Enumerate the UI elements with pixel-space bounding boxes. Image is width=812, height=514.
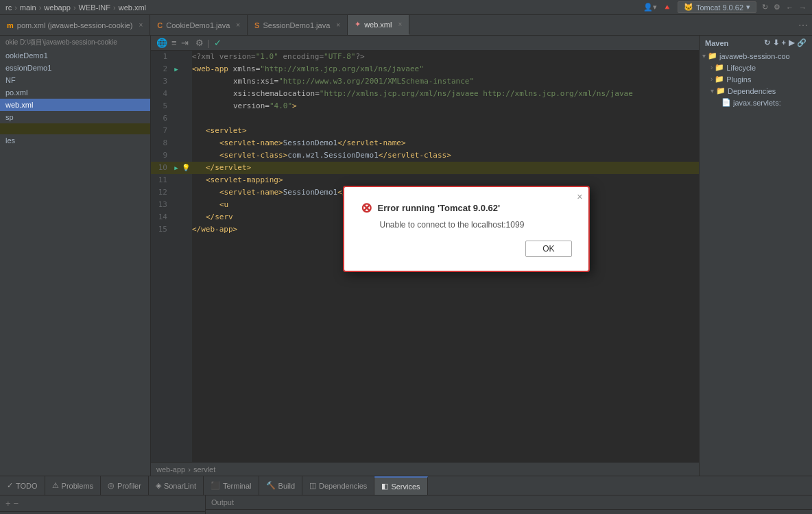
maven-icon-download[interactable]: ⬇ bbox=[773, 38, 779, 47]
dialog-error-icon: ⊗ bbox=[361, 201, 372, 215]
line-1: 1 bbox=[151, 51, 192, 63]
editor-area: 🌐 ≡ ⇥ ⚙ | ✓ 1 2▶ 3 4 5 6 7 8 9 10▶💡 11 1… bbox=[151, 36, 699, 476]
editor-icon-align[interactable]: ≡ bbox=[171, 38, 177, 48]
right-panel-header: Maven ↻ ⬇ + ▶ 🔗 bbox=[700, 36, 812, 50]
tab-problems[interactable]: ⚠ Problems bbox=[45, 476, 101, 495]
tree-plugins-label: Plugins bbox=[726, 75, 751, 84]
arrow-icon[interactable]: 🔺 bbox=[662, 3, 672, 12]
tab-sonarlint[interactable]: ◈ SonarLint bbox=[149, 476, 204, 495]
refresh-icon[interactable]: ↻ bbox=[762, 3, 768, 12]
sidebar-item-root[interactable]: okie D:\项目\javaweb-session-cookie bbox=[0, 36, 150, 49]
code-line-3: xmlns:xsi="http://www.w3.org/2001/XMLSch… bbox=[192, 75, 699, 88]
line-11: 11 bbox=[151, 174, 192, 186]
forward-icon[interactable]: → bbox=[799, 3, 807, 12]
tab-cookiedemo1[interactable]: C CookieDemo1.java × bbox=[150, 15, 248, 35]
line-5: 5 bbox=[151, 100, 192, 112]
bottom-tabs: ✓ TODO ⚠ Problems ◎ Profiler ◈ SonarLint… bbox=[0, 476, 812, 495]
tab-todo[interactable]: ✓ TODO bbox=[0, 476, 45, 495]
tree-root[interactable]: ▾ 📁 javaweb-session-coo bbox=[700, 50, 812, 62]
bc-main: main bbox=[20, 3, 36, 12]
tab-webxml[interactable]: ✦ web.xml × bbox=[348, 15, 409, 35]
bottom-left-header: + − bbox=[0, 495, 205, 512]
maven-icon-add[interactable]: + bbox=[782, 38, 786, 47]
tabs-row: m pom.xml (javaweb-session-cookie) × C C… bbox=[0, 15, 812, 36]
tree-root-icon: 📁 bbox=[708, 51, 717, 60]
tree-javax-icon: 📄 bbox=[721, 98, 731, 107]
dep-icon: ◫ bbox=[309, 481, 316, 490]
line-7: 7 bbox=[151, 125, 192, 137]
sidebar-item-nf[interactable]: NF bbox=[0, 74, 150, 86]
services-icon: ◧ bbox=[381, 482, 388, 491]
tab-profiler[interactable]: ◎ Profiler bbox=[101, 476, 149, 495]
tab-terminal-label: Terminal bbox=[223, 482, 252, 490]
sidebar-item-webxml[interactable]: web.xml bbox=[0, 99, 150, 111]
bl-icon-add[interactable]: + bbox=[5, 498, 11, 509]
tab-sessiondemo1-icon: S bbox=[254, 21, 259, 29]
dialog-ok-button[interactable]: OK bbox=[525, 241, 571, 257]
bottom-left-icons: + − bbox=[5, 498, 19, 509]
dialog-title: ⊗ Error running 'Tomcat 9.0.62' bbox=[361, 201, 572, 215]
tree-plugins[interactable]: › 📁 Plugins bbox=[700, 73, 812, 85]
tree-root-label: javaweb-session-coo bbox=[719, 52, 790, 60]
tab-webxml-close[interactable]: × bbox=[398, 21, 402, 28]
tab-dependencies[interactable]: ◫ Dependencies bbox=[302, 476, 374, 495]
line-9: 9 bbox=[151, 149, 192, 162]
sidebar-item-pomxml[interactable]: po.xml bbox=[0, 86, 150, 99]
code-line-4: xsi:schemaLocation="http://xmlns.jcp.org… bbox=[192, 88, 699, 100]
tree-javax[interactable]: 📄 javax.servlets: bbox=[700, 97, 812, 108]
maven-icon-refresh[interactable]: ↻ bbox=[764, 38, 770, 47]
bc-webapp: webapp bbox=[44, 3, 71, 12]
sonarlint-icon: ◈ bbox=[156, 481, 161, 490]
tab-terminal[interactable]: ⬛ Terminal bbox=[204, 476, 259, 495]
tab-services-label: Services bbox=[391, 482, 420, 491]
dialog-message: Unable to connect to the localhost:1099 bbox=[380, 220, 572, 230]
tomcat-button[interactable]: 🐱 Tomcat 9.0.62 ▾ bbox=[678, 1, 756, 13]
tab-sonarlint-label: SonarLint bbox=[164, 482, 196, 490]
sidebar-item-cookiedemo1[interactable]: ookieDemo1 bbox=[0, 49, 150, 62]
dialog-close-button[interactable]: × bbox=[577, 191, 582, 202]
sidebar-item-sp[interactable]: sp bbox=[0, 111, 150, 123]
bottom-panel: ✓ TODO ⚠ Problems ◎ Profiler ◈ SonarLint… bbox=[0, 476, 812, 514]
tab-webxml-label: web.xml bbox=[364, 21, 392, 29]
editor-icon-indent[interactable]: ⇥ bbox=[181, 38, 189, 48]
maven-icon-link[interactable]: 🔗 bbox=[797, 38, 807, 47]
output-label: Output bbox=[211, 498, 234, 506]
line-10: 10▶💡 bbox=[151, 162, 192, 174]
back-icon[interactable]: ← bbox=[786, 3, 793, 12]
sidebar-item-les[interactable]: les bbox=[0, 134, 150, 147]
tab-build[interactable]: 🔨 Build bbox=[259, 476, 302, 495]
tree-lifecycle[interactable]: › 📁 Lifecycle bbox=[700, 62, 812, 73]
maven-icon-run[interactable]: ▶ bbox=[789, 38, 794, 47]
tab-build-label: Build bbox=[278, 482, 295, 490]
tab-pomxml-close[interactable]: × bbox=[139, 21, 143, 29]
bottom-right: Output bbox=[206, 495, 812, 514]
tab-sessiondemo1-close[interactable]: × bbox=[336, 21, 340, 29]
sidebar-item-sessiondemo1[interactable]: essionDemo1 bbox=[0, 62, 150, 74]
right-panel: Maven ↻ ⬇ + ▶ 🔗 ▾ 📁 javaweb-session-coo … bbox=[699, 36, 812, 476]
settings-icon[interactable]: ⚙ bbox=[774, 3, 780, 12]
tab-overflow[interactable]: ⋯ bbox=[794, 15, 812, 35]
code-line-2: <web-app xmlns="http://xmlns.jcp.org/xml… bbox=[192, 63, 699, 75]
tab-services[interactable]: ◧ Services bbox=[374, 476, 427, 495]
maven-label: Maven bbox=[705, 39, 728, 47]
bl-icon-minus[interactable]: − bbox=[14, 498, 19, 509]
code-line-7: <servlet> bbox=[192, 125, 699, 137]
tree-dependencies[interactable]: ▾ 📁 Dependencies bbox=[700, 85, 812, 97]
tree-lifecycle-icon: 📁 bbox=[715, 63, 724, 72]
tree-plugins-arrow: › bbox=[710, 75, 713, 83]
editor-icon-settings[interactable]: ⚙ bbox=[195, 38, 204, 48]
tab-dependencies-label: Dependencies bbox=[319, 482, 367, 490]
tab-pomxml[interactable]: m pom.xml (javaweb-session-cookie) × bbox=[0, 15, 150, 35]
tree-javax-label: javax.servlets: bbox=[733, 99, 781, 107]
bc-webxml: web.xml bbox=[119, 3, 146, 12]
editor-icon-globe[interactable]: 🌐 bbox=[156, 38, 167, 48]
line-13: 13 bbox=[151, 199, 192, 211]
tab-sessiondemo1[interactable]: S SessionDemo1.java × bbox=[248, 15, 348, 35]
tab-pomxml-icon: m bbox=[7, 21, 14, 29]
tree-root-arrow: ▾ bbox=[702, 52, 706, 60]
tree-deps-label: Dependencies bbox=[728, 87, 776, 95]
user-icon[interactable]: 👤▾ bbox=[643, 3, 657, 12]
tab-cookiedemo1-close[interactable]: × bbox=[236, 21, 240, 29]
line-8: 8 bbox=[151, 137, 192, 149]
editor-checkmark[interactable]: ✓ bbox=[214, 38, 222, 48]
